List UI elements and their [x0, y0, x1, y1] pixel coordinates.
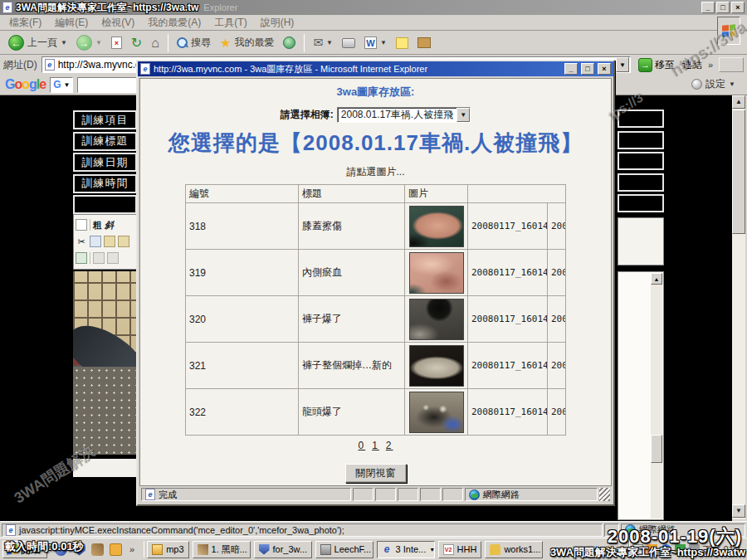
- menu-item[interactable]: 工具(T): [208, 14, 252, 32]
- paste-word-icon[interactable]: [118, 236, 129, 247]
- taskbar-button[interactable]: e3 Inte...▼: [377, 541, 435, 558]
- notes-button[interactable]: [393, 36, 412, 51]
- stop-button[interactable]: ×: [108, 35, 125, 51]
- search-button[interactable]: 搜尋: [173, 34, 214, 51]
- word-dropdown-icon[interactable]: ▼: [380, 37, 387, 49]
- quicklaunch-brush-icon[interactable]: [91, 543, 104, 556]
- italic-button[interactable]: 斜: [105, 219, 114, 231]
- start-button[interactable]: 開始: [2, 541, 47, 558]
- popup-maximize-button[interactable]: □: [581, 63, 594, 75]
- history-button[interactable]: [280, 35, 299, 51]
- address-dropdown-icon[interactable]: ▼: [616, 57, 629, 72]
- taskbar-dropdown-icon[interactable]: ▼: [429, 547, 434, 553]
- taskbar-button[interactable]: V2HHH: [438, 541, 482, 558]
- favorites-button[interactable]: ★ 我的最愛: [217, 34, 277, 51]
- pagination-link[interactable]: 1: [372, 440, 379, 451]
- keyboard-ime-icon[interactable]: [632, 544, 643, 555]
- sidebar-button[interactable]: 訓練時間: [73, 174, 137, 193]
- main-vertical-scrollbar[interactable]: ▲ ▼: [732, 95, 745, 519]
- cube-icon: [320, 544, 331, 555]
- research-button[interactable]: [414, 36, 434, 50]
- album-select[interactable]: 2008.01.17車禍.人被撞飛 ▼: [337, 107, 471, 123]
- scroll-up-button[interactable]: ▲: [732, 95, 745, 109]
- address-label: 網址(D): [3, 58, 37, 72]
- taskbar-button[interactable]: works1...: [485, 541, 543, 558]
- popup-close-button[interactable]: ×: [598, 63, 611, 75]
- tray-gray-icon[interactable]: [689, 544, 700, 555]
- cut-icon[interactable]: ✂: [76, 236, 87, 247]
- popup-status-left-pane: e 完成: [141, 488, 351, 501]
- pagination-link[interactable]: 2: [386, 440, 393, 451]
- close-window-button[interactable]: 關閉視窗: [345, 464, 407, 483]
- sidebar-button[interactable]: 訓練標題: [73, 132, 137, 151]
- go-button[interactable]: → 移至: [635, 57, 678, 73]
- taskbar-button[interactable]: for_3w...: [254, 541, 312, 558]
- print-button[interactable]: [339, 37, 359, 50]
- thumbnail-image[interactable]: [409, 206, 464, 247]
- resize-grip[interactable]: [599, 488, 610, 501]
- refresh-button[interactable]: ↻: [128, 35, 145, 51]
- back-dropdown-icon[interactable]: ▼: [61, 37, 67, 49]
- close-button[interactable]: ×: [731, 2, 745, 13]
- thumbnail-image[interactable]: [409, 345, 464, 387]
- taskbar-button[interactable]: LeechF...: [315, 541, 374, 558]
- sidebar-button[interactable]: 訓練項目: [73, 110, 137, 129]
- inner-scrollbar[interactable]: ▲: [651, 273, 662, 519]
- scroll-down-button[interactable]: ▼: [732, 504, 745, 518]
- taskbar-button[interactable]: 1. 黑暗...: [193, 541, 251, 558]
- back-button[interactable]: ← 上一頁 ▼: [5, 33, 71, 52]
- thumbnail-image[interactable]: [409, 392, 464, 433]
- mail-button[interactable]: ✉ ▼: [310, 35, 336, 51]
- select-dropdown-icon[interactable]: ▼: [456, 108, 470, 122]
- tray-clock: 下午 01:1: [703, 543, 741, 556]
- quicklaunch-chevron-icon[interactable]: »: [128, 544, 136, 554]
- new-document-icon[interactable]: [76, 219, 87, 231]
- links-chevron-icon[interactable]: »: [706, 60, 715, 70]
- tray-blue-icon[interactable]: [661, 544, 671, 555]
- quicklaunch-blue-app-icon[interactable]: [55, 543, 67, 556]
- g-icon: G: [53, 79, 61, 90]
- scroll-thumb[interactable]: [732, 110, 745, 234]
- inner-scroll-thumb[interactable]: [651, 435, 662, 463]
- restore-button[interactable]: □: [716, 2, 730, 13]
- thumbnail-image[interactable]: [409, 252, 464, 294]
- google-g-button[interactable]: G ▼: [50, 77, 73, 93]
- scroll-up-icon[interactable]: ▲: [651, 273, 662, 285]
- extra-toolbar-button[interactable]: [719, 57, 744, 72]
- google-settings-button[interactable]: 設定 ▼: [691, 77, 735, 91]
- menu-item[interactable]: 檢視(V): [95, 14, 140, 32]
- row-props-icon[interactable]: [93, 252, 105, 264]
- quicklaunch-clock-icon[interactable]: [110, 543, 122, 556]
- popup-minimize-button[interactable]: _: [564, 63, 578, 75]
- home-button[interactable]: ⌂: [148, 35, 163, 51]
- sidebar-button[interactable]: 訓練日期: [73, 153, 137, 172]
- menu-item[interactable]: 編輯(E): [49, 14, 94, 32]
- click-hint: 請點選圖片...: [140, 165, 611, 179]
- forward-button[interactable]: → ▼: [73, 33, 105, 52]
- popup-title-bar[interactable]: e http://3wa.myvnc.com - 3wa圖庫存放區 - Micr…: [138, 61, 613, 76]
- menu-item[interactable]: 說明(H): [255, 14, 300, 32]
- background-photo[interactable]: [73, 271, 137, 455]
- tray-orange-icon[interactable]: [647, 544, 657, 555]
- search-label: 搜尋: [191, 36, 211, 50]
- photo-filename-cell: 20080117_160144_2.jpg: [468, 296, 548, 343]
- thumbnail-image[interactable]: [409, 299, 464, 340]
- forward-icon: →: [76, 35, 92, 51]
- links-button[interactable]: 連結: [682, 58, 702, 72]
- pagination-link[interactable]: 0: [358, 440, 365, 451]
- bold-button[interactable]: 粗: [93, 219, 102, 231]
- quicklaunch-shield-icon[interactable]: [73, 543, 85, 556]
- copy-icon[interactable]: [90, 236, 101, 247]
- cell-props-icon[interactable]: [107, 252, 119, 264]
- minimize-button[interactable]: _: [701, 2, 715, 13]
- table-edit-icon[interactable]: [76, 252, 87, 264]
- menu-item[interactable]: 我的最愛(A): [142, 14, 207, 32]
- mail-dropdown-icon[interactable]: ▼: [326, 37, 333, 49]
- forward-dropdown-icon[interactable]: ▼: [95, 37, 102, 49]
- taskbar-button[interactable]: mp3: [147, 541, 188, 558]
- popup-globe-icon: [469, 489, 480, 500]
- paste-icon[interactable]: [104, 236, 115, 247]
- menu-item[interactable]: 檔案(F): [3, 14, 47, 32]
- edit-word-button[interactable]: W ▼: [361, 35, 390, 51]
- tray-green-icon[interactable]: [675, 544, 686, 555]
